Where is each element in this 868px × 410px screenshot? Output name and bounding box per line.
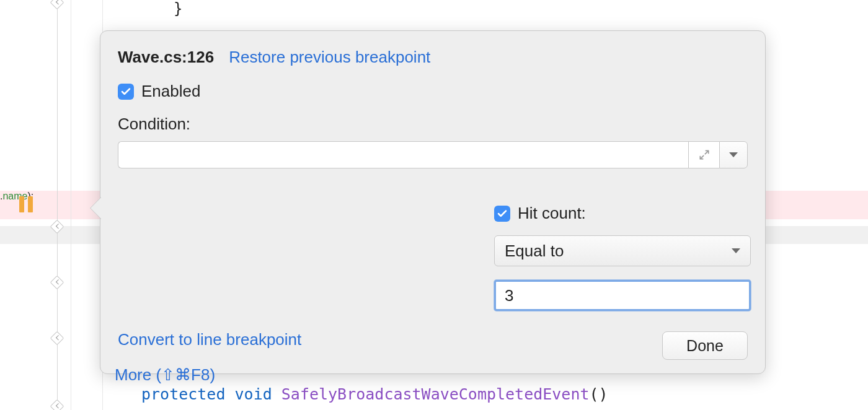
condition-input[interactable] xyxy=(118,141,688,168)
more-options-link[interactable]: More (⇧⌘F8) xyxy=(115,365,215,385)
check-icon xyxy=(120,86,131,97)
chevron-down-icon xyxy=(732,248,740,253)
hit-count-checkbox-row: Hit count: xyxy=(494,204,854,223)
hit-count-checkbox[interactable] xyxy=(494,206,510,222)
breakpoint-location-title: Wave.cs:126 xyxy=(118,48,214,67)
breakpoint-pause-icon[interactable] xyxy=(19,196,37,213)
fold-marker-icon[interactable] xyxy=(50,0,64,9)
code-signature: protected void SafelyBroadcastWaveComple… xyxy=(141,385,608,403)
done-button[interactable]: Done xyxy=(662,331,748,360)
popup-pointer-icon xyxy=(91,197,102,219)
fold-marker-icon[interactable] xyxy=(50,276,64,290)
hit-count-mode-value: Equal to xyxy=(505,242,564,261)
chevron-down-icon xyxy=(729,152,738,157)
hit-count-value-input[interactable] xyxy=(494,280,751,311)
expand-icon xyxy=(698,149,711,161)
indent-guide xyxy=(71,0,71,410)
convert-to-line-breakpoint-link[interactable]: Convert to line breakpoint xyxy=(118,330,301,349)
check-icon xyxy=(497,208,508,219)
restore-previous-breakpoint-link[interactable]: Restore previous breakpoint xyxy=(229,48,430,67)
popup-header: Wave.cs:126 Restore previous breakpoint xyxy=(118,48,748,67)
fold-marker-icon[interactable] xyxy=(50,399,64,410)
code-brace: } xyxy=(174,0,182,17)
expand-editor-button[interactable] xyxy=(688,141,719,168)
breakpoint-options-popup: Wave.cs:126 Restore previous breakpoint … xyxy=(100,30,766,374)
condition-row xyxy=(118,141,748,168)
condition-history-dropdown[interactable] xyxy=(719,141,748,168)
fold-marker-icon[interactable] xyxy=(50,331,64,346)
enabled-checkbox-row: Enabled xyxy=(118,82,748,101)
enabled-checkbox[interactable] xyxy=(118,84,134,100)
gutter-line xyxy=(57,0,58,410)
hit-count-label: Hit count: xyxy=(518,204,586,223)
hit-count-section: Hit count: Equal to xyxy=(494,204,854,311)
enabled-label: Enabled xyxy=(141,82,200,101)
hit-count-mode-select[interactable]: Equal to xyxy=(494,235,751,266)
condition-label: Condition: xyxy=(118,115,748,134)
